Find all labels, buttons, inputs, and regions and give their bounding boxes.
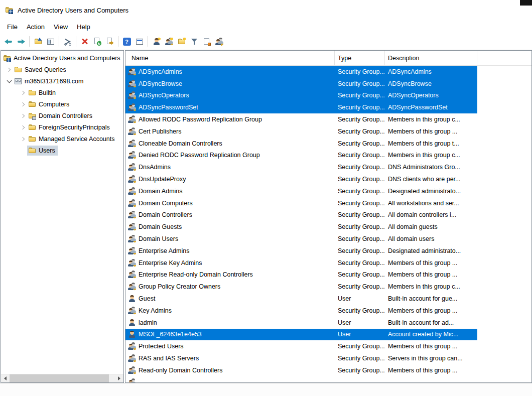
table-row[interactable]: Enterprise Key AdminsSecurity Group...Me… bbox=[125, 257, 477, 269]
expander-icon[interactable] bbox=[5, 77, 13, 85]
scrollbar-thumb[interactable] bbox=[10, 374, 109, 382]
show-console-tree-button[interactable] bbox=[44, 35, 57, 48]
cell-name: Cloneable Domain Controllers bbox=[125, 140, 335, 148]
column-header-name[interactable]: Name bbox=[125, 51, 335, 65]
tree-item-domain-controllers[interactable]: Domain Controllers bbox=[1, 110, 123, 121]
table-row[interactable]: Denied RODC Password Replication GroupSe… bbox=[125, 150, 477, 162]
left-arrow-icon bbox=[4, 376, 7, 380]
cell-description: Members in this group c... bbox=[385, 152, 477, 159]
column-header-type[interactable]: Type bbox=[335, 51, 385, 65]
group-icon bbox=[128, 354, 136, 362]
tree-horizontal-scrollbar[interactable] bbox=[1, 374, 123, 382]
cell-name: ADSyncOperators bbox=[125, 91, 335, 99]
cell-type: Security Group... bbox=[335, 140, 385, 147]
table-row[interactable]: Protected UsersSecurity Group...Members … bbox=[125, 340, 477, 352]
tree-item-saved-queries[interactable]: Saved Queries bbox=[1, 64, 123, 75]
cell-type: Security Group... bbox=[335, 188, 385, 195]
new-organizational-unit-button[interactable] bbox=[175, 35, 188, 48]
table-row[interactable]: Cert PublishersSecurity Group...Members … bbox=[125, 125, 477, 138]
delete-button[interactable] bbox=[78, 35, 91, 48]
up-one-level-button[interactable] bbox=[32, 35, 44, 48]
table-row[interactable]: Domain ComputersSecurity Group...All wor… bbox=[125, 197, 477, 209]
table-row[interactable]: RAS and IAS ServersSecurity Group...Serv… bbox=[125, 352, 477, 364]
tree-item-foreignsecurityprincipals[interactable]: ForeignSecurityPrincipals bbox=[1, 121, 123, 133]
main-area: Active Directory Users and ComputersSave… bbox=[0, 50, 532, 383]
table-row[interactable]: Cloneable Domain ControllersSecurity Gro… bbox=[125, 138, 477, 150]
table-row[interactable]: Group Policy Creator OwnersSecurity Grou… bbox=[125, 281, 477, 293]
refresh-button[interactable] bbox=[91, 35, 103, 48]
scroll-right-button[interactable] bbox=[115, 374, 123, 382]
export-list-button[interactable] bbox=[103, 35, 116, 48]
scrollbar-track[interactable] bbox=[10, 374, 115, 382]
cell-description: Members of this group ... bbox=[385, 271, 477, 278]
properties-window-icon bbox=[136, 38, 144, 46]
cell-name: Enterprise Key Admins bbox=[125, 259, 335, 267]
new-group-button[interactable] bbox=[163, 35, 175, 48]
menu-action[interactable]: Action bbox=[22, 21, 49, 33]
table-row[interactable]: Enterprise Read-only Domain ControllersS… bbox=[125, 269, 477, 281]
table-row[interactable]: Allowed RODC Password Replication GroupS… bbox=[125, 113, 477, 125]
cell-description: Members in this group c... bbox=[385, 116, 477, 123]
cell-description: Members in this group c... bbox=[385, 283, 477, 290]
table-row[interactable]: DnsUpdateProxySecurity Group...DNS clien… bbox=[125, 173, 477, 185]
open-new-window-button[interactable] bbox=[200, 35, 213, 48]
tree-item-computers[interactable]: Computers bbox=[1, 98, 123, 110]
group-icon bbox=[128, 175, 136, 183]
tree-item-managed-service-accounts[interactable]: Managed Service Accounts bbox=[1, 133, 123, 145]
table-row[interactable]: Enterprise AdminsSecurity Group...Design… bbox=[125, 245, 477, 257]
object-list-panel: Name Type Description ADSyncAdminsSecuri… bbox=[125, 50, 532, 383]
table-row[interactable]: GuestUserBuilt-in account for gue... bbox=[125, 293, 477, 305]
forward-button[interactable] bbox=[15, 35, 27, 48]
expander-icon[interactable] bbox=[19, 89, 27, 97]
table-row[interactable]: Domain GuestsSecurity Group...All domain… bbox=[125, 221, 477, 233]
tree-item-active-directory-users-and-computers[interactable]: Active Directory Users and Computers bbox=[1, 52, 123, 64]
refresh-icon bbox=[93, 38, 101, 46]
cell-type: Security Group... bbox=[335, 68, 385, 75]
table-row[interactable]: Key AdminsSecurity Group...Members of th… bbox=[125, 305, 477, 317]
table-row[interactable] bbox=[125, 376, 477, 382]
cell-description: All domain controllers i... bbox=[385, 211, 477, 218]
cell-type: User bbox=[335, 319, 385, 326]
table-row[interactable]: Domain UsersSecurity Group...All domain … bbox=[125, 233, 477, 245]
group-key-icon bbox=[215, 38, 223, 46]
cell-type: Security Group... bbox=[335, 211, 385, 218]
tree-item-m365t31371698-com[interactable]: m365t31371698.com bbox=[1, 75, 123, 87]
table-row[interactable]: MSOL_62463e1e4e53UserAccount created by … bbox=[125, 329, 477, 341]
scroll-left-button[interactable] bbox=[1, 374, 10, 382]
table-row[interactable]: DnsAdminsSecurity Group...DNS Administra… bbox=[125, 161, 477, 173]
cut-button[interactable] bbox=[61, 35, 74, 48]
table-row[interactable]: ADSyncPasswordSetSecurity Group...ADSync… bbox=[125, 101, 477, 113]
cell-name: Enterprise Admins bbox=[125, 247, 335, 255]
cell-name: DnsUpdateProxy bbox=[125, 175, 335, 183]
column-header-description[interactable]: Description bbox=[385, 51, 477, 65]
filter-button[interactable] bbox=[188, 35, 200, 48]
menu-help[interactable]: Help bbox=[72, 21, 95, 33]
expander-icon[interactable] bbox=[19, 100, 27, 108]
table-row[interactable]: Domain ControllersSecurity Group...All d… bbox=[125, 209, 477, 221]
help-icon bbox=[123, 38, 131, 46]
back-button[interactable] bbox=[2, 35, 15, 48]
table-row[interactable]: ADSyncOperatorsSecurity Group...ADSyncOp… bbox=[125, 90, 477, 102]
expander-icon[interactable] bbox=[19, 123, 27, 131]
help-button[interactable] bbox=[120, 35, 133, 48]
table-row[interactable]: Read-only Domain ControllersSecurity Gro… bbox=[125, 364, 477, 376]
cell-type: Security Group... bbox=[335, 259, 385, 267]
tree-item-users[interactable]: Users bbox=[1, 145, 123, 156]
properties-button[interactable] bbox=[133, 35, 146, 48]
table-row[interactable]: ADSyncBrowseSecurity Group...ADSyncBrows… bbox=[125, 78, 477, 90]
list-header: Name Type Description bbox=[125, 51, 531, 66]
group-icon bbox=[128, 259, 136, 267]
new-user-button[interactable] bbox=[150, 35, 163, 48]
expander-icon[interactable] bbox=[5, 66, 13, 74]
add-group-member-button[interactable] bbox=[213, 35, 225, 48]
menu-view[interactable]: View bbox=[49, 21, 72, 33]
table-row[interactable]: ADSyncAdminsSecurity Group...ADSyncAdmin… bbox=[125, 66, 477, 78]
menu-file[interactable]: File bbox=[3, 21, 22, 33]
expander-icon[interactable] bbox=[19, 112, 27, 120]
tree-item-builtin[interactable]: Builtin bbox=[1, 87, 123, 98]
cell-type: Security Group... bbox=[335, 223, 385, 230]
expander-icon[interactable] bbox=[19, 135, 27, 143]
user-icon bbox=[128, 295, 136, 303]
table-row[interactable]: Domain AdminsSecurity Group...Designated… bbox=[125, 185, 477, 197]
table-row[interactable]: ladminUserBuilt-in account for ad... bbox=[125, 317, 477, 329]
